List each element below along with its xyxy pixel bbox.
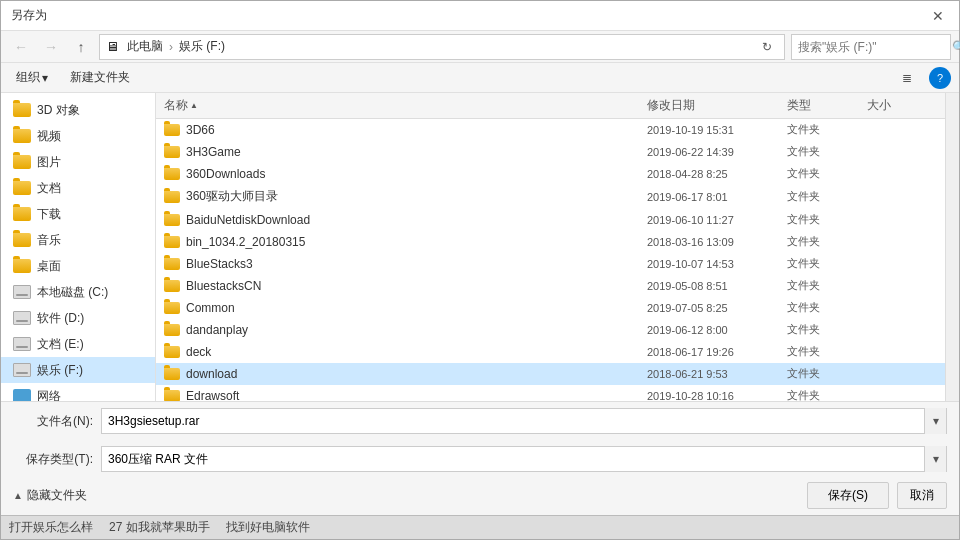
sidebar-item-label: 视频: [37, 128, 61, 145]
table-row[interactable]: download 2018-06-21 9:53 文件夹: [156, 363, 945, 385]
filetype-input[interactable]: [102, 452, 924, 466]
taskbar-hint-item: 打开娱乐怎么样: [9, 519, 93, 536]
sidebar-item-label: 下载: [37, 206, 61, 223]
table-row[interactable]: 3D66 2019-10-19 15:31 文件夹: [156, 119, 945, 141]
file-name-cell: download: [164, 367, 647, 381]
table-row[interactable]: 3H3Game 2019-06-22 14:39 文件夹: [156, 141, 945, 163]
refresh-button[interactable]: ↻: [756, 36, 778, 58]
folder-icon: [164, 236, 180, 248]
file-type-cell: 文件夹: [787, 300, 867, 315]
main-content: 3D 对象 视频 图片 文档 下载 音乐 桌面 本地磁盘 (C:) 软件 (D:…: [1, 93, 959, 401]
forward-button[interactable]: →: [39, 35, 63, 59]
cancel-button[interactable]: 取消: [897, 482, 947, 509]
table-row[interactable]: 360Downloads 2018-04-28 8:25 文件夹: [156, 163, 945, 185]
folder-icon: [13, 257, 31, 275]
search-icon: 🔍: [952, 40, 960, 54]
sidebar-item-video[interactable]: 视频: [1, 123, 155, 149]
file-date-cell: 2018-06-17 19:26: [647, 346, 787, 358]
file-name-cell: 360Downloads: [164, 167, 647, 181]
filetype-label: 保存类型(T):: [13, 451, 93, 468]
close-button[interactable]: ✕: [927, 5, 949, 27]
filetype-dropdown-button[interactable]: ▾: [924, 446, 946, 472]
sidebar-item-3d[interactable]: 3D 对象: [1, 97, 155, 123]
organize-button[interactable]: 组织 ▾: [9, 66, 55, 89]
folder-icon: [164, 191, 180, 203]
address-bar[interactable]: 🖥 此电脑 › 娱乐 (F:) ↻: [99, 34, 785, 60]
table-row[interactable]: bin_1034.2_20180315 2018-03-16 13:09 文件夹: [156, 231, 945, 253]
file-list: 3D66 2019-10-19 15:31 文件夹 3H3Game 2019-0…: [156, 119, 945, 401]
up-button[interactable]: ↑: [69, 35, 93, 59]
back-button[interactable]: ←: [9, 35, 33, 59]
file-name-cell: BlueStacks3: [164, 257, 647, 271]
file-type-cell: 文件夹: [787, 278, 867, 293]
table-row[interactable]: BlueStacks3 2019-10-07 14:53 文件夹: [156, 253, 945, 275]
col-name[interactable]: 名称 ▲: [164, 97, 647, 114]
search-input[interactable]: [798, 40, 948, 54]
sidebar-item-label: 娱乐 (F:): [37, 362, 83, 379]
folder-icon: [164, 214, 180, 226]
sidebar-item-ent-f[interactable]: 娱乐 (F:): [1, 357, 155, 383]
save-button[interactable]: 保存(S): [807, 482, 889, 509]
filename-input-wrap: ▾: [101, 408, 947, 434]
drive-icon: [13, 283, 31, 301]
folder-icon: [164, 168, 180, 180]
sidebar-item-local-disk[interactable]: 本地磁盘 (C:): [1, 279, 155, 305]
filename-label: 文件名(N):: [13, 413, 93, 430]
search-bar: 🔍: [791, 34, 951, 60]
file-name-cell: 3D66: [164, 123, 647, 137]
file-date-cell: 2019-10-07 14:53: [647, 258, 787, 270]
table-row[interactable]: 360驱动大师目录 2019-06-17 8:01 文件夹: [156, 185, 945, 209]
scrollbar[interactable]: [945, 93, 959, 401]
sidebar-item-soft-d[interactable]: 软件 (D:): [1, 305, 155, 331]
sidebar-item-downloads[interactable]: 下载: [1, 201, 155, 227]
table-row[interactable]: deck 2018-06-17 19:26 文件夹: [156, 341, 945, 363]
help-button[interactable]: ?: [929, 67, 951, 89]
sidebar-item-label: 桌面: [37, 258, 61, 275]
sidebar-item-documents[interactable]: 文档: [1, 175, 155, 201]
title-buttons: ✕: [927, 5, 949, 27]
view-button[interactable]: ≣: [893, 66, 921, 90]
folder-icon: [13, 153, 31, 171]
file-date-cell: 2019-06-10 11:27: [647, 214, 787, 226]
folder-icon: [164, 324, 180, 336]
file-type-cell: 文件夹: [787, 122, 867, 137]
col-date[interactable]: 修改日期: [647, 97, 787, 114]
sidebar-item-network[interactable]: 网络: [1, 383, 155, 401]
path-current[interactable]: 娱乐 (F:): [175, 36, 229, 57]
file-type-cell: 文件夹: [787, 322, 867, 337]
file-date-cell: 2019-06-17 8:01: [647, 191, 787, 203]
new-folder-button[interactable]: 新建文件夹: [63, 66, 137, 89]
table-row[interactable]: dandanplay 2019-06-12 8:00 文件夹: [156, 319, 945, 341]
sidebar-item-label: 音乐: [37, 232, 61, 249]
folder-icon: [164, 258, 180, 270]
file-date-cell: 2019-10-19 15:31: [647, 124, 787, 136]
filetype-input-wrap: ▾: [101, 446, 947, 472]
file-date-cell: 2018-03-16 13:09: [647, 236, 787, 248]
col-size[interactable]: 大小: [867, 97, 937, 114]
table-row[interactable]: Edrawsoft 2019-10-28 10:16 文件夹: [156, 385, 945, 401]
table-row[interactable]: BaiduNetdiskDownload 2019-06-10 11:27 文件…: [156, 209, 945, 231]
action-bar: 组织 ▾ 新建文件夹 ≣ ?: [1, 63, 959, 93]
sidebar-item-doc-e[interactable]: 文档 (E:): [1, 331, 155, 357]
folder-icon: [13, 127, 31, 145]
file-date-cell: 2019-06-22 14:39: [647, 146, 787, 158]
content-area: 名称 ▲ 修改日期 类型 大小 3D66 2019-10-19 15:31: [156, 93, 945, 401]
title-bar: 另存为 ✕: [1, 1, 959, 31]
table-row[interactable]: Common 2019-07-05 8:25 文件夹: [156, 297, 945, 319]
col-type[interactable]: 类型: [787, 97, 867, 114]
toggle-arrow[interactable]: ▲: [13, 490, 23, 501]
drive-icon: [13, 309, 31, 327]
drive-icon: [13, 335, 31, 353]
sidebar-item-pictures[interactable]: 图片: [1, 149, 155, 175]
hidden-files-label[interactable]: 隐藏文件夹: [27, 487, 87, 504]
save-cancel-buttons: 保存(S) 取消: [807, 482, 947, 509]
folder-icon: [164, 146, 180, 158]
path-root[interactable]: 此电脑: [123, 36, 167, 57]
filename-dropdown-button[interactable]: ▾: [924, 408, 946, 434]
file-date-cell: 2018-06-21 9:53: [647, 368, 787, 380]
table-row[interactable]: BluestacksCN 2019-05-08 8:51 文件夹: [156, 275, 945, 297]
sidebar-item-music[interactable]: 音乐: [1, 227, 155, 253]
filename-input[interactable]: [102, 414, 924, 428]
folder-icon: [164, 124, 180, 136]
sidebar-item-desktop[interactable]: 桌面: [1, 253, 155, 279]
